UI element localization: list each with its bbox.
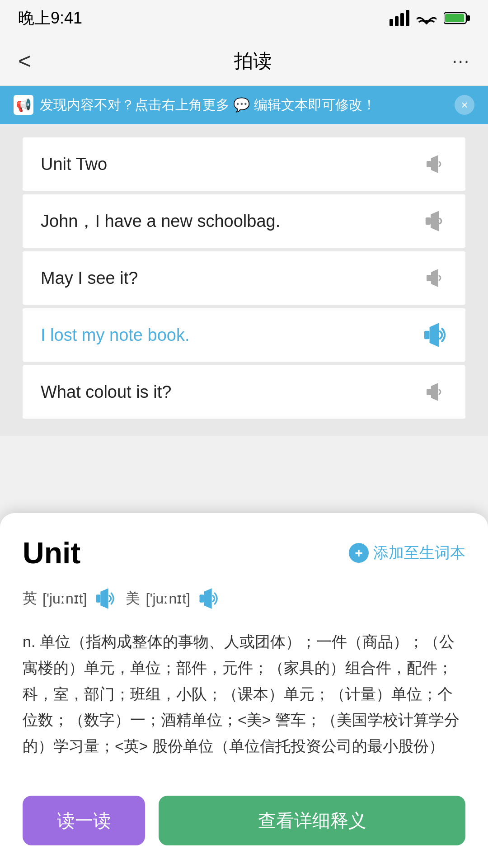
svg-rect-13	[424, 331, 430, 340]
word-title: Unit	[23, 536, 80, 570]
sound-icon	[422, 209, 446, 233]
add-vocab-label: 添加至生词本	[373, 542, 465, 563]
signal-icon	[389, 10, 409, 26]
us-label: 美	[126, 589, 140, 609]
detail-button[interactable]: 查看详细释义	[159, 796, 465, 845]
svg-rect-6	[445, 14, 464, 22]
word-definition: n. 单位（指构成整体的事物、人或团体）；一件（商品）；（公寓楼的）单元，单位；…	[23, 629, 465, 760]
svg-rect-15	[427, 389, 431, 395]
sound-button-2[interactable]	[421, 208, 447, 234]
sound-icon	[424, 382, 445, 402]
sound-button-5[interactable]	[421, 379, 447, 405]
svg-rect-19	[199, 594, 204, 602]
phonetics-row: 英 ['juːnɪt] 美 ['juːnɪt]	[23, 586, 465, 611]
svg-marker-10	[431, 211, 439, 231]
svg-marker-18	[101, 588, 108, 609]
uk-sound-button[interactable]	[92, 586, 117, 611]
status-bar: 晚上9:41	[0, 0, 488, 36]
reading-item: Unit Two	[23, 137, 465, 191]
reading-item-active: I lost my note book.	[23, 308, 465, 362]
more-button[interactable]: ···	[452, 51, 470, 71]
sound-button-3[interactable]	[421, 265, 447, 291]
status-icons	[389, 10, 470, 26]
reading-item: What colout is it?	[23, 365, 465, 419]
reading-text-active: I lost my note book.	[41, 326, 190, 345]
reading-item: May I see it?	[23, 251, 465, 305]
svg-marker-12	[431, 269, 438, 287]
banner-content: 📢 发现内容不对？点击右上角更多 💬 编辑文本即可修改！	[14, 95, 455, 115]
banner-close-button[interactable]: ×	[455, 95, 474, 115]
nav-title: 拍读	[234, 48, 272, 74]
reading-text: May I see it?	[41, 269, 138, 288]
phonetic-us: 美 ['juːnɪt]	[126, 586, 220, 611]
back-button[interactable]: <	[18, 48, 54, 74]
svg-rect-2	[400, 13, 404, 26]
nav-bar: < 拍读 ···	[0, 36, 488, 86]
reading-item: John，I have a new schoolbag.	[23, 194, 465, 248]
status-time: 晚上9:41	[18, 7, 82, 29]
read-button[interactable]: 读一读	[23, 796, 145, 845]
reading-text: What colout is it?	[41, 382, 171, 402]
sound-button-1[interactable]	[421, 151, 447, 177]
battery-icon	[444, 11, 470, 25]
reading-content: Unit Two John，I have a new schoolbag. Ma…	[0, 124, 488, 436]
svg-rect-3	[406, 10, 409, 26]
banner-alert-icon: 📢	[14, 95, 33, 115]
bottom-buttons: 读一读 查看详细释义	[23, 782, 465, 868]
add-vocab-icon: +	[349, 543, 369, 563]
sound-button-active[interactable]	[421, 322, 447, 348]
sound-icon-active	[421, 321, 447, 349]
svg-rect-5	[467, 15, 470, 21]
us-phonetic: ['juːnɪt]	[145, 590, 190, 607]
svg-marker-20	[204, 588, 211, 609]
svg-rect-11	[427, 275, 431, 281]
add-vocab-button[interactable]: + 添加至生词本	[349, 542, 465, 563]
us-sound-icon	[197, 587, 219, 610]
reading-text: John，I have a new schoolbag.	[41, 210, 280, 233]
svg-rect-0	[389, 19, 393, 26]
svg-rect-17	[96, 594, 101, 602]
info-banner: 📢 发现内容不对？点击右上角更多 💬 编辑文本即可修改！ ×	[0, 86, 488, 124]
banner-text: 发现内容不对？点击右上角更多 💬 编辑文本即可修改！	[40, 96, 376, 114]
svg-marker-8	[431, 155, 438, 173]
sound-icon	[424, 268, 445, 288]
uk-sound-icon	[93, 587, 116, 610]
us-sound-button[interactable]	[196, 586, 220, 611]
svg-rect-1	[395, 16, 399, 26]
wifi-icon	[417, 10, 436, 26]
sound-icon	[424, 154, 445, 175]
reading-text: Unit Two	[41, 155, 107, 174]
word-header: Unit + 添加至生词本	[23, 536, 465, 570]
uk-label: 英	[23, 589, 37, 609]
phonetic-uk: 英 ['juːnɪt]	[23, 586, 117, 611]
svg-marker-14	[430, 323, 439, 347]
svg-rect-7	[427, 161, 431, 167]
word-panel: Unit + 添加至生词本 英 ['juːnɪt] 美 ['juːnɪt]	[0, 513, 488, 868]
uk-phonetic: ['juːnɪt]	[42, 590, 87, 607]
svg-rect-9	[426, 217, 431, 225]
svg-marker-16	[431, 383, 438, 401]
